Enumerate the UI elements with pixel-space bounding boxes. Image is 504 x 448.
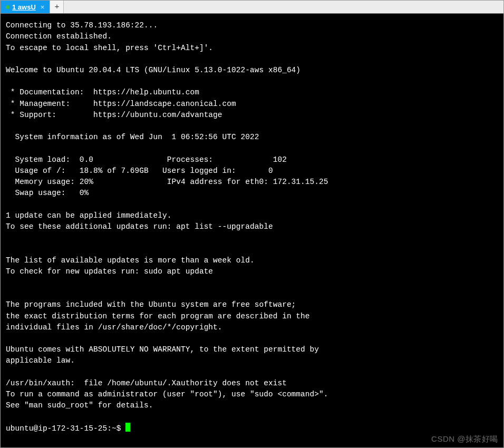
line-connecting: Connecting to 35.78.193.186:22... <box>6 21 158 30</box>
line-sysinfo-header: System information as of Wed Jun 1 06:52… <box>6 133 259 141</box>
terminal-output[interactable]: Connecting to 35.78.193.186:22... Connec… <box>1 14 503 447</box>
watermark: CSDN @抹茶好喝 <box>431 433 498 444</box>
line-xauth: /usr/bin/xauth: file /home/ubuntu/.Xauth… <box>6 379 287 387</box>
line-programs1: The programs included with the Ubuntu sy… <box>6 300 296 309</box>
line-escape-hint: To escape to local shell, press 'Ctrl+Al… <box>6 44 213 52</box>
line-documentation: * Documentation: https://help.ubuntu.com <box>6 88 199 96</box>
prompt: ubuntu@ip-172-31-15-25:~$ <box>6 424 125 433</box>
plus-icon: + <box>54 3 59 12</box>
line-support: * Support: https://ubuntu.com/advantage <box>6 111 222 119</box>
line-updates2: To see these additional updates run: apt… <box>6 222 273 231</box>
line-listold1: The list of available updates is more th… <box>6 256 255 265</box>
line-sys-row1: System load: 0.0 Processes: 102 <box>6 155 287 164</box>
line-welcome: Welcome to Ubuntu 20.04.4 LTS (GNU/Linux… <box>6 66 301 74</box>
line-programs3: individual files in /usr/share/doc/*/cop… <box>6 323 222 332</box>
cursor-icon <box>125 423 130 432</box>
close-icon[interactable]: × <box>41 3 45 11</box>
line-warranty1: Ubuntu comes with ABSOLUTELY NO WARRANTY… <box>6 345 319 354</box>
line-programs2: the exact distribution terms for each pr… <box>6 312 310 320</box>
line-sudo1: To run a command as administrator (user … <box>6 390 328 398</box>
new-tab-button[interactable]: + <box>50 1 64 13</box>
line-warranty2: applicable law. <box>6 356 75 365</box>
line-sudo2: See "man sudo_root" for details. <box>6 401 153 410</box>
line-sys-row3: Memory usage: 20% IPv4 address for eth0:… <box>6 178 328 186</box>
line-listold2: To check for new updates run: sudo apt u… <box>6 267 213 276</box>
line-updates1: 1 update can be applied immediately. <box>6 211 172 220</box>
line-management: * Management: https://landscape.canonica… <box>6 100 236 108</box>
line-established: Connection established. <box>6 32 112 41</box>
tab-bar: 1 awsU × + <box>1 1 503 14</box>
line-sys-row4: Swap usage: 0% <box>6 189 89 197</box>
status-dot-icon <box>6 5 9 9</box>
terminal-window: 1 awsU × + Connecting to 35.78.193.186:2… <box>0 0 504 448</box>
tab-active[interactable]: 1 awsU × <box>1 1 50 13</box>
line-sys-row2: Usage of /: 18.8% of 7.69GB Users logged… <box>6 167 273 175</box>
tab-label: 1 awsU <box>12 3 36 11</box>
